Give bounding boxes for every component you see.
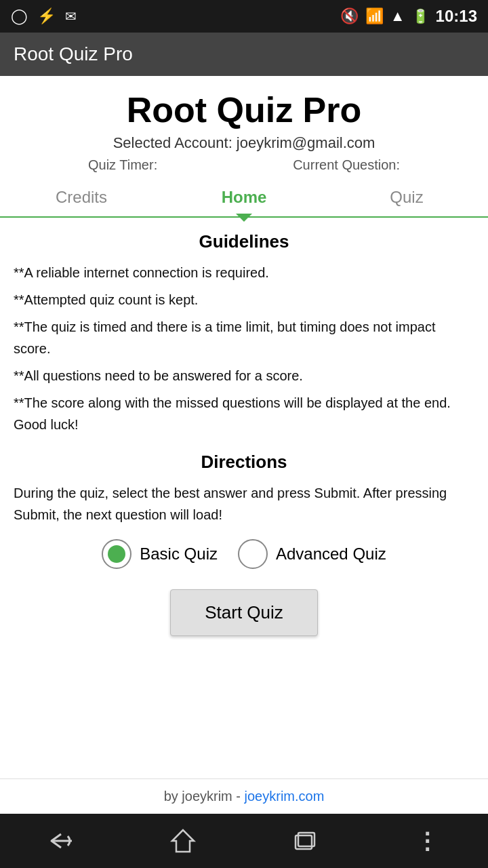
footer-link[interactable]: joeykrim.com [245,789,325,804]
tab-home[interactable]: Home [163,178,325,216]
quiz-info-row: Quiz Timer: Current Question: [7,152,481,178]
status-bar-right: 🔇 📶 ▲ 🔋 10:13 [340,7,477,26]
mail-icon: ✉ [65,8,77,24]
main-content: Root Quiz Pro Selected Account: joeykrim… [0,76,488,814]
wifi-icon: 📶 [365,7,384,25]
basic-quiz-radio[interactable] [102,539,131,569]
quiz-type-row: Basic Quiz Advanced Quiz [14,539,474,569]
svg-marker-0 [172,830,194,852]
header-section: Root Quiz Pro Selected Account: joeykrim… [0,76,488,178]
tab-quiz[interactable]: Quiz [325,178,488,216]
guideline-5: **The score along with the missed questi… [14,392,474,435]
directions-text: During the quiz, select the best answer … [14,482,474,526]
app-bar: Root Quiz Pro [0,33,488,76]
android-icon: ◯ [11,7,28,25]
guideline-3: **The quiz is timed and there is a time … [14,316,474,359]
home-button[interactable] [163,821,203,861]
guidelines-title: Guidelines [14,231,474,252]
directions-section: Directions During the quiz, select the b… [14,452,474,526]
usb-icon: ⚡ [37,7,56,25]
app-main-title: Root Quiz Pro [7,90,481,130]
status-time: 10:13 [436,7,477,26]
guideline-1: **A reliable internet connection is requ… [14,262,474,283]
guideline-2: **Attempted quiz count is kept. [14,289,474,311]
footer-text: by joeykrim - [164,789,245,804]
advanced-quiz-label: Advanced Quiz [276,545,386,564]
guideline-4: **All questions need to be answered for … [14,365,474,387]
basic-quiz-option[interactable]: Basic Quiz [102,539,218,569]
guidelines-list: **A reliable internet connection is requ… [14,262,474,435]
home-content: Guidelines **A reliable internet connect… [0,218,488,778]
tab-credits[interactable]: Credits [0,178,163,216]
footer: by joeykrim - joeykrim.com [0,778,488,814]
signal-icon: ▲ [390,7,405,25]
back-button[interactable] [41,821,81,861]
basic-quiz-label: Basic Quiz [140,545,218,564]
mute-icon: 🔇 [340,7,359,25]
battery-icon: 🔋 [412,8,429,24]
selected-account: Selected Account: joeykrim@gmail.com [7,134,481,152]
advanced-quiz-radio[interactable] [238,539,268,569]
advanced-quiz-option[interactable]: Advanced Quiz [238,539,386,569]
recents-button[interactable] [285,821,325,861]
start-btn-wrapper: Start Quiz [14,589,474,636]
status-bar: ◯ ⚡ ✉ 🔇 📶 ▲ 🔋 10:13 [0,0,488,33]
menu-button[interactable]: ⋮ [407,821,447,861]
nav-bar: ⋮ [0,814,488,868]
start-quiz-button[interactable]: Start Quiz [170,589,318,636]
quiz-timer-label: Quiz Timer: [88,157,157,173]
current-question-label: Current Question: [293,157,400,173]
app-bar-title: Root Quiz Pro [14,43,133,65]
status-bar-left: ◯ ⚡ ✉ [11,7,77,25]
tabs: Credits Home Quiz [0,178,488,218]
directions-title: Directions [14,452,474,473]
